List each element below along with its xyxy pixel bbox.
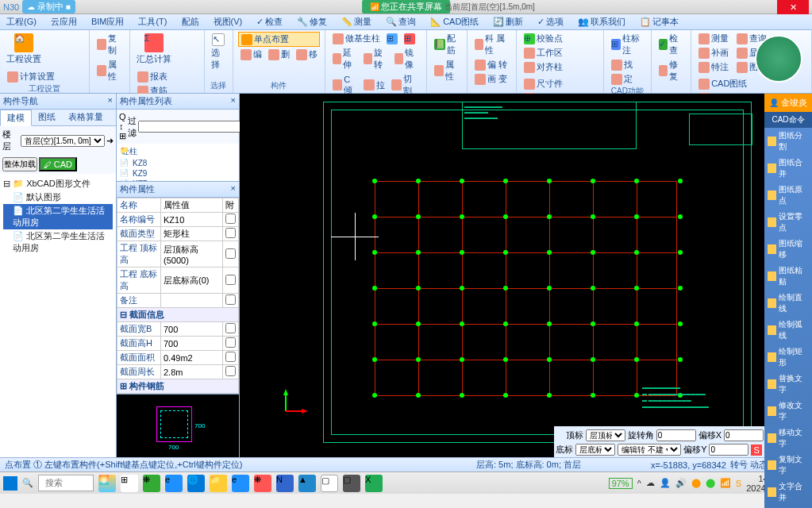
tray-icon[interactable]: ☁	[646, 478, 655, 488]
column-marker[interactable]	[547, 393, 552, 398]
component-item[interactable]: KZ8	[118, 158, 237, 168]
column-marker[interactable]	[503, 357, 508, 362]
note-btn[interactable]: 特注	[696, 60, 731, 74]
column-marker[interactable]	[591, 393, 595, 398]
menu-item[interactable]: 🔧 修复	[297, 16, 327, 28]
tray-icon[interactable]: 📶	[720, 478, 731, 488]
column-marker[interactable]	[678, 250, 683, 255]
menu-item[interactable]: 工程(G)	[6, 16, 37, 28]
menu-item[interactable]: 🔄 删新	[493, 16, 523, 28]
gen-col-button[interactable]: 做基生柱	[330, 32, 383, 45]
select-button[interactable]: ↖选择	[210, 32, 227, 72]
cp-btn[interactable]: ⊕校验点	[521, 32, 565, 45]
sup-btn[interactable]: 补画	[696, 46, 731, 60]
menu-item[interactable]: 视图(V)	[214, 16, 243, 28]
taskbar-app-icon[interactable]: 🌐	[187, 475, 205, 492]
cad-tool-item[interactable]: 设置零点	[764, 209, 812, 236]
cad-tool-item[interactable]: 文字合并	[764, 479, 812, 506]
tray-up-icon[interactable]: ^	[637, 479, 641, 488]
taskbar-app-icon[interactable]: ▲	[298, 475, 316, 492]
column-marker[interactable]	[372, 286, 377, 291]
offy-input[interactable]	[709, 444, 749, 456]
column-marker[interactable]	[678, 321, 683, 326]
column-marker[interactable]	[372, 214, 377, 219]
column-marker[interactable]	[503, 393, 508, 398]
avatar[interactable]	[755, 35, 802, 83]
load-all-button[interactable]: 整体加载	[2, 157, 37, 171]
move-button[interactable]: 移	[294, 48, 320, 61]
cad-tool-item[interactable]: 图纸分割	[764, 128, 812, 155]
menu-item[interactable]: ✓ 选项	[537, 16, 564, 28]
delete-button[interactable]: 删	[266, 48, 292, 61]
rotate2-button[interactable]: 旋转	[361, 46, 391, 71]
cad-tool-item[interactable]: 图纸粘贴	[764, 263, 812, 290]
menu-item[interactable]: 📋 记事本	[640, 16, 679, 28]
menu-item[interactable]: 📐 CAD图纸	[430, 16, 479, 28]
prop-value[interactable]: KZ10	[161, 213, 223, 227]
cad-dwg-btn[interactable]: CAD图纸	[696, 77, 749, 90]
column-marker[interactable]	[416, 179, 421, 183]
taskbar-search[interactable]: 搜索	[38, 475, 94, 491]
report-button[interactable]: 报表	[135, 70, 170, 83]
prop-value[interactable]: 700	[161, 322, 223, 337]
tree-item[interactable]: 📄 北区第二学生生活活动用房	[3, 229, 113, 255]
prop-value[interactable]: 层顶标高(5000)	[161, 241, 223, 267]
bot-elev-select[interactable]: 层底标 ▾	[575, 444, 615, 456]
prop-value[interactable]: 700	[161, 337, 223, 351]
column-marker[interactable]	[503, 214, 508, 219]
ime-icon[interactable]: S	[751, 444, 761, 456]
comp-root[interactable]: 砼柱	[118, 145, 237, 158]
column-marker[interactable]	[678, 179, 683, 183]
menu-item[interactable]: BIM应用	[91, 16, 125, 28]
prop-check[interactable]	[225, 294, 236, 305]
taskbar-app-icon[interactable]: e	[165, 475, 183, 492]
start-button[interactable]	[3, 476, 17, 491]
column-marker[interactable]	[634, 250, 639, 255]
fix-btn[interactable]: 定	[609, 72, 646, 86]
menu-item[interactable]: ✓ 检查	[256, 16, 283, 28]
column-marker[interactable]	[460, 393, 464, 398]
column-marker[interactable]	[460, 214, 464, 219]
column-marker[interactable]	[634, 214, 639, 219]
menu-item[interactable]: 🔍 查询	[386, 16, 416, 28]
mirror-button[interactable]: 镜像	[392, 46, 421, 71]
column-marker[interactable]	[678, 214, 683, 219]
prop-value[interactable]: 2.8m	[161, 365, 223, 379]
dim-btn[interactable]: 尺寸件	[521, 77, 565, 90]
prop-check[interactable]	[225, 352, 236, 362]
menu-item[interactable]: 📏 测量	[341, 16, 371, 28]
repair-btn[interactable]: 修复	[656, 58, 686, 83]
prop-check[interactable]	[225, 248, 236, 259]
column-marker[interactable]	[678, 357, 683, 362]
taskbar-app-icon[interactable]: ⊞	[121, 475, 138, 492]
offx-input[interactable]	[724, 429, 764, 441]
column-marker[interactable]	[591, 214, 595, 219]
column-marker[interactable]	[591, 357, 595, 362]
summary-calc-button[interactable]: Σ汇总计算	[135, 32, 173, 67]
edit-select[interactable]: 编辑转 不建 ▾	[618, 444, 681, 456]
tray-icon[interactable]: 🔊	[675, 478, 687, 488]
column-marker[interactable]	[591, 250, 595, 255]
section-header[interactable]: ⊞ 构件钢筋	[117, 379, 239, 394]
column-marker[interactable]	[416, 393, 421, 398]
point-place-button[interactable]: 单点布置	[238, 32, 320, 47]
tab-model[interactable]: 建模	[0, 110, 32, 126]
column-marker[interactable]	[416, 357, 421, 362]
column-marker[interactable]	[503, 321, 508, 326]
close-icon[interactable]: ×	[231, 183, 236, 195]
column-marker[interactable]	[503, 250, 508, 255]
column-marker[interactable]	[634, 286, 639, 291]
column-marker[interactable]	[547, 214, 552, 219]
prop-check[interactable]	[225, 323, 236, 333]
taskbar-app-icon[interactable]: ▢	[343, 475, 360, 492]
taskbar-app-icon[interactable]: 🌅	[98, 475, 116, 492]
prop-check[interactable]	[225, 275, 236, 285]
column-marker[interactable]	[634, 393, 639, 398]
tray-battery-icon[interactable]: 97%	[609, 478, 633, 489]
column-marker[interactable]	[634, 321, 639, 326]
column-marker[interactable]	[591, 286, 595, 291]
extend2-button[interactable]: 延伸	[330, 46, 360, 71]
cad-tool-item[interactable]: 修改文字	[764, 398, 812, 425]
close-button[interactable]: ✕	[777, 0, 809, 14]
column-marker[interactable]	[547, 321, 552, 326]
